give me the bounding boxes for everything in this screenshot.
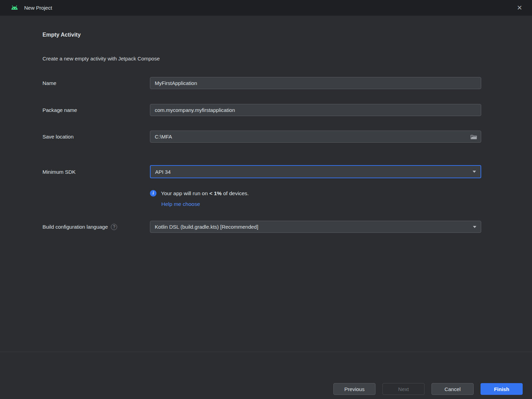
- chevron-down-icon: [473, 226, 476, 228]
- help-me-choose-link[interactable]: Help me choose: [161, 201, 200, 207]
- minimum-sdk-value: API 34: [155, 169, 171, 175]
- previous-button[interactable]: Previous: [333, 383, 376, 395]
- titlebar: New Project ✕: [0, 0, 532, 16]
- page-title: Empty Activity: [42, 32, 81, 38]
- build-config-dropdown[interactable]: Kotlin DSL (build.gradle.kts) [Recommend…: [150, 221, 481, 233]
- save-location-row: Save location: [42, 131, 481, 143]
- save-location-label: Save location: [42, 134, 150, 140]
- cancel-button[interactable]: Cancel: [431, 383, 474, 395]
- minimum-sdk-dropdown[interactable]: API 34: [150, 165, 481, 178]
- build-config-value: Kotlin DSL (build.gradle.kts) [Recommend…: [155, 224, 258, 230]
- sdk-info-suffix: of devices.: [222, 190, 249, 196]
- save-location-field-wrap: [150, 131, 481, 143]
- package-name-input[interactable]: [150, 104, 481, 116]
- name-row: Name: [42, 77, 481, 89]
- package-name-row: Package name: [42, 104, 481, 116]
- page-subtitle: Create a new empty activity with Jetpack…: [42, 56, 160, 61]
- sdk-info-highlight: < 1%: [209, 190, 222, 196]
- folder-icon[interactable]: [471, 134, 477, 139]
- name-label: Name: [42, 80, 150, 86]
- build-config-label-wrap: Build configuration language ?: [42, 224, 150, 230]
- minimum-sdk-row: Minimum SDK API 34: [42, 165, 481, 178]
- chevron-down-icon: [473, 171, 476, 173]
- build-config-row: Build configuration language ? Kotlin DS…: [42, 221, 481, 233]
- new-project-dialog: New Project ✕ Empty Activity Create a ne…: [0, 0, 532, 399]
- next-button[interactable]: Next: [382, 383, 425, 395]
- finish-button[interactable]: Finish: [481, 383, 523, 395]
- footer-button-bar: Previous Next Cancel Finish: [333, 383, 523, 395]
- name-input[interactable]: [150, 77, 481, 89]
- minimum-sdk-label: Minimum SDK: [42, 169, 150, 175]
- sdk-info-text: Your app will run on < 1% of devices.: [161, 190, 249, 197]
- divider: [0, 352, 532, 352]
- package-name-label: Package name: [42, 107, 150, 113]
- sdk-info-prefix: Your app will run on: [161, 190, 209, 196]
- sdk-info: i Your app will run on < 1% of devices.: [150, 190, 249, 197]
- save-location-input[interactable]: [150, 131, 481, 143]
- help-icon[interactable]: ?: [111, 224, 117, 230]
- window-title: New Project: [24, 5, 52, 11]
- info-icon: i: [150, 190, 156, 197]
- close-icon[interactable]: ✕: [513, 3, 526, 12]
- build-config-label: Build configuration language: [42, 224, 108, 230]
- android-logo-icon: [10, 5, 19, 10]
